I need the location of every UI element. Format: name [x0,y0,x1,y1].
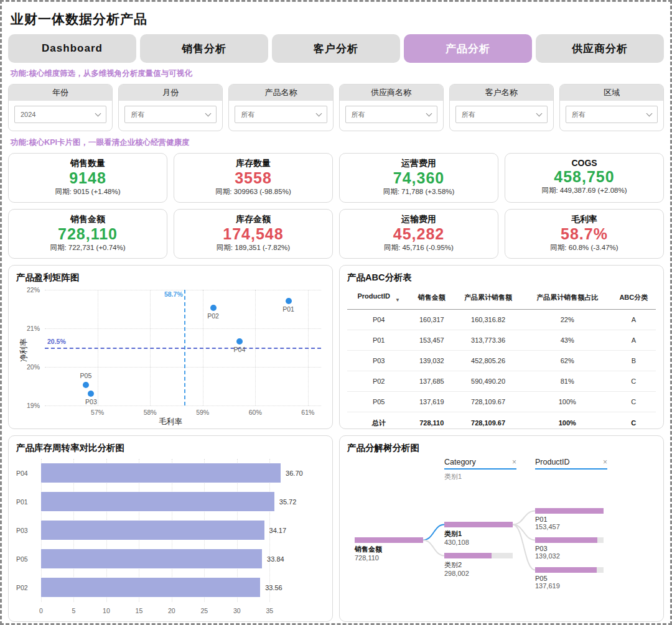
bar-value-label: 35.72 [279,498,297,506]
scatter-point-label: P02 [207,312,219,320]
x-tick-label: 35 [266,607,273,614]
table-total-row: 总计728,110728,109.67100%C [347,412,656,434]
bar-category-label: P03 [16,527,41,534]
kpi-value: 74,360 [342,169,495,187]
bar-x-axis: 05101520253035 [41,607,292,617]
profit-matrix-scatter: 净利率 19%20%21%22%57%58%59%60%61%58.7%20.5… [16,286,325,427]
kpi-same-period: 同期: 189,351 (-7.82%) [177,243,330,252]
tab-supplier-analysis[interactable]: 供应商分析 [536,34,664,63]
scatter-point-label: P03 [85,398,97,405]
column-header[interactable]: ProductID▼ [347,287,410,310]
bar-p05[interactable] [41,549,262,568]
table-cell: C [612,391,656,412]
tree-node-label: 类别1 [444,529,513,539]
bar-p01[interactable] [41,492,274,511]
scatter-point-p03[interactable] [88,391,94,397]
scatter-point-label: P01 [282,305,294,313]
scatter-point-p05[interactable] [83,382,89,388]
kpi-same-period: 同期: 722,731 (+0.74%) [11,243,164,252]
tree-node-root[interactable]: 销售金额728,110 [355,537,423,562]
filter-bar: 年份2024月份所有产品名称所有供应商名称所有客户名称所有区域所有 [8,84,664,131]
bar-p03[interactable] [41,521,264,540]
tree-node-label: 销售金额 [355,545,423,554]
table-row[interactable]: P02137,685590,490.2081%C [347,371,656,391]
filter-label: 月份 [119,85,222,101]
table-cell: 160,317 [410,309,453,330]
tree-node-p05[interactable]: P05137,619 [535,567,604,590]
table-row[interactable]: P03139,032452,805.2662%B [347,350,656,371]
filter-supplier-name: 供应商名称所有 [339,84,444,131]
kpi-same-period: 同期: 9015 (+1.48%) [11,187,164,197]
table-row[interactable]: P01153,457313,773.3643%A [347,330,656,350]
tab-dashboard[interactable]: Dashboard [8,34,136,63]
filter-customer-name-select[interactable]: 所有 [455,106,548,123]
kpi-card-cogs: COGS458,750同期: 449,387.69 (+2.08%) [505,153,664,203]
kpi-card-inventory-amount: 库存金额174,548同期: 189,351 (-7.82%) [174,209,333,259]
table-row[interactable]: P04160,317160,316.8222%A [347,309,656,330]
tree-node-label: P05 [535,575,604,582]
sort-descending-icon: ▼ [395,297,400,303]
x-tick-label: 61% [301,409,314,416]
tree-node-cat1[interactable]: 类别1430,108 [444,522,513,546]
bar-value-label: 36.70 [286,470,303,477]
column-header[interactable]: 销售金额 [410,287,453,310]
tree-level-header-productid: ProductID× [535,458,607,470]
scatter-point-p04[interactable] [236,338,243,345]
gridline [45,328,321,329]
filter-supplier-name-select[interactable]: 所有 [345,106,437,123]
scatter-point-p02[interactable] [210,305,217,311]
table-cell: B [612,350,656,371]
table-row[interactable]: P05137,619728,109.67100%C [347,391,656,412]
tree-node-value: 728,110 [355,554,423,562]
chevron-down-icon [95,110,101,116]
gridline [45,290,321,290]
x-tick-label: 20 [168,607,175,614]
filter-customer-name: 客户名称所有 [449,84,554,131]
tree-node-label: P01 [535,516,604,523]
scatter-point-label: P05 [80,372,92,379]
column-header[interactable]: 产品累计销售额占比 [523,287,612,310]
tab-customer-analysis[interactable]: 客户分析 [272,34,400,63]
filter-month-select[interactable]: 所有 [124,106,217,123]
bar-p02[interactable] [41,578,260,597]
table-cell: 590,490.20 [453,371,523,391]
filter-selected-value: 2024 [21,111,35,118]
tree-level-name: Category [444,458,476,466]
filter-region-select[interactable]: 所有 [566,106,658,123]
filter-product-name-select[interactable]: 所有 [235,106,327,123]
scatter-point-p01[interactable] [286,298,292,304]
turnover-bar-chart: P0436.70P0135.72P0334.17P0533.84P0233.56… [16,456,325,617]
filter-selected-value: 所有 [462,110,475,119]
close-icon[interactable]: × [512,458,516,466]
tab-product-analysis[interactable]: 产品分析 [404,34,532,63]
chevron-down-icon [426,110,432,116]
kpi-card-sales-amount: 销售金额728,110同期: 722,731 (+0.74%) [8,209,167,259]
tree-node-p03[interactable]: P03139,032 [535,537,604,560]
y-tick-label: 21% [27,325,40,332]
tree-node-p01[interactable]: P01153,457 [535,508,604,530]
tree-node-value: 137,619 [535,582,604,590]
bar-row-p02: P0233.56 [16,577,325,598]
bar-p04[interactable] [41,463,281,483]
kpi-title: COGS [508,158,661,168]
tree-node-label: 类别2 [444,560,513,570]
x-tick-label: 25 [200,607,208,614]
filter-month: 月份所有 [118,84,223,131]
kpi-same-period: 同期: 449,387.69 (+2.08%) [508,186,661,195]
close-icon[interactable]: × [603,458,607,466]
filter-year: 年份2024 [8,84,113,131]
tree-node-cat2[interactable]: 类别2298,002 [444,553,513,577]
tab-sales-analysis[interactable]: 销售分析 [140,34,268,63]
filter-selected-value: 所有 [241,110,254,119]
decomposition-tree: Category×类别1ProductID×销售金额728,110类别1430,… [347,456,656,619]
filter-year-select[interactable]: 2024 [14,106,106,123]
column-header[interactable]: ABC分类 [612,287,656,310]
x-tick-label: 10 [103,607,110,614]
scatter-plot-area: 19%20%21%22%57%58%59%60%61%58.7%20.5%P01… [45,290,321,405]
filter-label: 供应商名称 [340,85,443,101]
chart-title: 产品盈利矩阵图 [16,272,325,284]
table-cell: 153,457 [410,330,453,350]
table-cell: P02 [347,371,410,391]
column-header[interactable]: 产品累计销售额 [453,287,523,310]
abc-table-card: 产品ABC分析表 ProductID▼销售金额产品累计销售额产品累计销售额占比A… [339,265,664,429]
